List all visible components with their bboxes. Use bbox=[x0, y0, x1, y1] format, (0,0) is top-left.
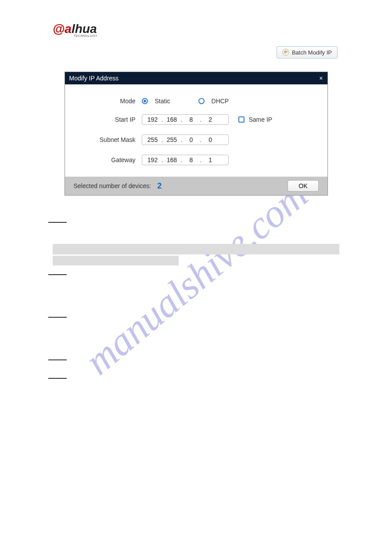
ip-dot: . bbox=[161, 156, 164, 163]
close-icon[interactable]: × bbox=[319, 75, 323, 81]
same-ip-label: Same IP bbox=[249, 116, 273, 123]
gateway-octet-1[interactable] bbox=[145, 156, 161, 163]
start-ip-octet-3[interactable] bbox=[183, 116, 199, 123]
ip-dot: . bbox=[199, 156, 202, 163]
gateway-octet-4[interactable] bbox=[202, 156, 218, 163]
gateway-input-group: . . . bbox=[142, 155, 229, 165]
text-underline-4 bbox=[48, 359, 67, 360]
underline-group bbox=[53, 274, 339, 379]
start-ip-input-group: . . . bbox=[142, 114, 229, 125]
dialog-title: Modify IP Address bbox=[69, 75, 119, 82]
mode-label: Mode bbox=[78, 98, 142, 105]
subnet-octet-4[interactable] bbox=[202, 136, 218, 143]
gateway-octet-3[interactable] bbox=[183, 156, 199, 163]
subnet-mask-label: Subnet Mask bbox=[78, 136, 142, 143]
logo-a: a bbox=[65, 22, 72, 36]
logo-subtitle: TECHNOLOGY bbox=[74, 34, 339, 37]
footer-left: Selected number of devices: 2 bbox=[74, 181, 162, 191]
start-ip-octet-4[interactable] bbox=[202, 116, 218, 123]
batch-button-label: Batch Modify IP bbox=[292, 49, 332, 56]
gateway-label: Gateway bbox=[78, 156, 142, 163]
dialog-footer: Selected number of devices: 2 OK bbox=[65, 177, 327, 195]
start-ip-label: Start IP bbox=[78, 116, 142, 123]
toolbar-row: IP Batch Modify IP bbox=[53, 46, 339, 58]
text-underline-5 bbox=[48, 378, 67, 379]
ip-modify-icon: IP bbox=[282, 49, 289, 56]
subnet-octet-3[interactable] bbox=[183, 136, 199, 143]
ip-dot: . bbox=[161, 136, 164, 143]
radio-static[interactable]: Static bbox=[142, 98, 170, 105]
ip-dot: . bbox=[199, 136, 202, 143]
dialog-header: Modify IP Address × bbox=[65, 72, 327, 84]
redacted-bar-half bbox=[53, 256, 179, 265]
text-underline-1 bbox=[48, 222, 67, 223]
logo-text: lhua bbox=[72, 22, 97, 36]
document-body-placeholders bbox=[53, 222, 339, 379]
selected-devices-label: Selected number of devices: bbox=[74, 182, 151, 189]
start-ip-octet-2[interactable] bbox=[164, 116, 180, 123]
ok-button[interactable]: OK bbox=[288, 180, 318, 192]
radio-dhcp-label: DHCP bbox=[212, 98, 229, 105]
dialog-wrapper: Modify IP Address × Mode Static DHCP bbox=[53, 72, 339, 196]
modify-ip-dialog: Modify IP Address × Mode Static DHCP bbox=[65, 72, 328, 196]
ip-dot: . bbox=[180, 156, 183, 163]
gateway-row: Gateway . . . bbox=[78, 155, 314, 165]
gateway-octet-2[interactable] bbox=[164, 156, 180, 163]
batch-modify-ip-button[interactable]: IP Batch Modify IP bbox=[277, 46, 338, 58]
subnet-octet-2[interactable] bbox=[164, 136, 180, 143]
brand-logo: @alhua TECHNOLOGY bbox=[53, 22, 339, 37]
dialog-body: Mode Static DHCP Start IP . bbox=[65, 84, 327, 177]
same-ip-checkbox[interactable] bbox=[238, 116, 245, 123]
ip-dot: . bbox=[180, 116, 183, 123]
redacted-bar-full bbox=[53, 244, 339, 254]
radio-dhcp-indicator bbox=[198, 98, 205, 104]
start-ip-row: Start IP . . . Same IP bbox=[78, 114, 314, 125]
start-ip-octet-1[interactable] bbox=[145, 116, 161, 123]
radio-static-indicator bbox=[142, 98, 148, 104]
page-content: @alhua TECHNOLOGY IP Batch Modify IP Mod… bbox=[0, 0, 392, 379]
ip-dot: . bbox=[199, 116, 202, 123]
subnet-mask-row: Subnet Mask . . . bbox=[78, 134, 314, 145]
mode-row: Mode Static DHCP bbox=[78, 98, 314, 105]
text-underline-3 bbox=[48, 317, 67, 318]
ip-dot: . bbox=[161, 116, 164, 123]
text-underline-2 bbox=[48, 274, 67, 275]
logo-prefix: @a bbox=[53, 22, 72, 36]
subnet-mask-input-group: . . . bbox=[142, 134, 229, 145]
subnet-octet-1[interactable] bbox=[145, 136, 161, 143]
radio-dhcp[interactable]: DHCP bbox=[198, 98, 229, 105]
selected-devices-count: 2 bbox=[157, 181, 162, 191]
radio-static-label: Static bbox=[155, 98, 170, 105]
ip-dot: . bbox=[180, 136, 183, 143]
